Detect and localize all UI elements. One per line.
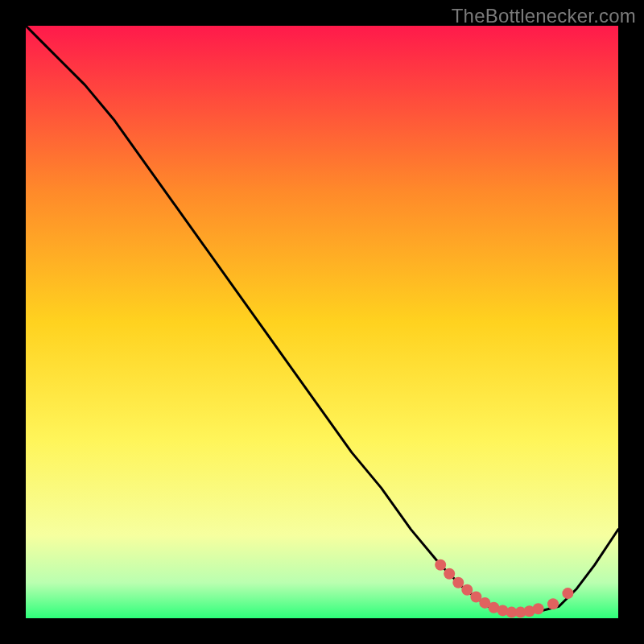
marker-dot <box>435 559 446 571</box>
marker-dot <box>562 588 573 599</box>
marker-dot <box>547 598 559 609</box>
bottleneck-chart <box>26 26 618 618</box>
attribution-label: TheBottlenecker.com <box>452 5 636 27</box>
marker-dot <box>461 584 473 596</box>
marker-dot <box>444 568 455 580</box>
marker-dot <box>452 577 464 588</box>
marker-dot <box>533 603 544 614</box>
chart-frame: TheBottlenecker.com <box>0 0 644 644</box>
gradient-background <box>26 26 618 618</box>
